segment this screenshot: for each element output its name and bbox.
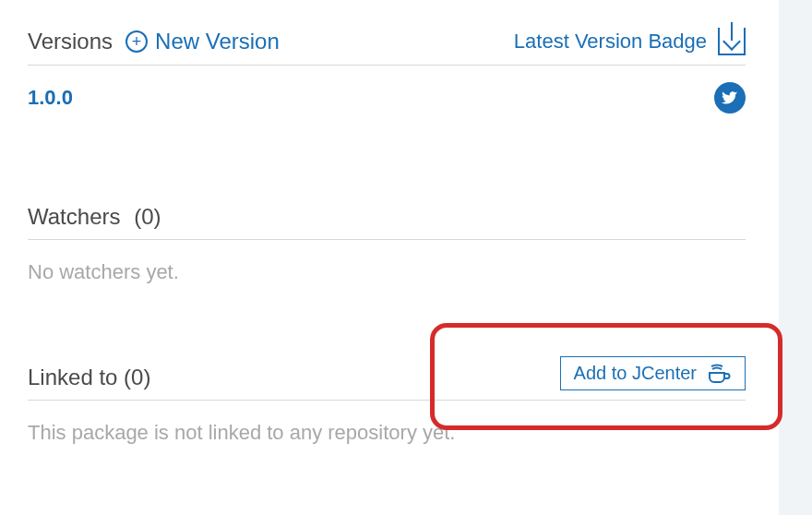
add-to-jcenter-label: Add to JCenter xyxy=(574,363,697,384)
linked-to-header: Linked to (0) Add to JCenter xyxy=(28,356,746,401)
coffee-cup-icon xyxy=(706,364,732,384)
new-version-button[interactable]: + New Version xyxy=(125,29,280,54)
watchers-section: Watchers (0) No watchers yet. xyxy=(28,204,746,284)
versions-header: Versions + New Version Latest Version Ba… xyxy=(28,28,746,66)
main-panel: Versions + New Version Latest Version Ba… xyxy=(0,0,773,445)
versions-heading: Versions xyxy=(28,29,113,54)
watchers-count: (0) xyxy=(134,204,161,229)
linked-to-section: Linked to (0) Add to JCenter This packag… xyxy=(28,356,746,445)
linked-to-count: (0) xyxy=(124,365,150,389)
side-gutter xyxy=(779,0,812,515)
version-row: 1.0.0 xyxy=(28,66,746,130)
watchers-header: Watchers (0) xyxy=(28,204,746,240)
twitter-icon xyxy=(722,90,738,106)
download-icon xyxy=(718,28,746,55)
new-version-label: New Version xyxy=(155,29,280,54)
linked-to-heading: Linked to (0) xyxy=(28,365,150,390)
latest-version-badge-link[interactable]: Latest Version Badge xyxy=(514,28,746,55)
add-to-jcenter-button[interactable]: Add to JCenter xyxy=(560,356,746,390)
plus-circle-icon: + xyxy=(125,30,148,53)
version-link[interactable]: 1.0.0 xyxy=(28,86,73,110)
linked-to-empty-text: This package is not linked to any reposi… xyxy=(28,401,746,445)
watchers-heading: Watchers xyxy=(28,204,120,229)
twitter-share-button[interactable] xyxy=(714,82,746,114)
latest-version-badge-label: Latest Version Badge xyxy=(514,30,707,54)
watchers-empty-text: No watchers yet. xyxy=(28,240,746,284)
